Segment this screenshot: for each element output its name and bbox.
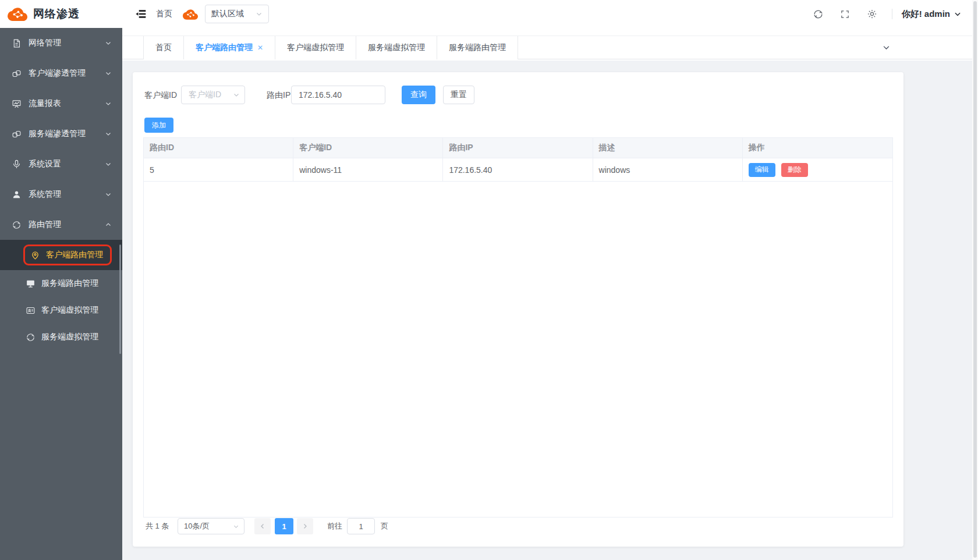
sidebar-scrollbar-thumb[interactable] xyxy=(119,244,121,354)
location-pin-icon xyxy=(30,250,40,260)
next-page-button[interactable] xyxy=(297,518,313,534)
tab-client-route-mgmt[interactable]: 客户端路由管理 ✕ xyxy=(184,36,275,59)
close-icon[interactable]: ✕ xyxy=(257,44,263,52)
route-ip-input[interactable] xyxy=(291,86,385,104)
client-id-select[interactable]: 客户端ID xyxy=(181,86,245,104)
col-client-id: 客户端ID xyxy=(293,138,443,158)
goto-label: 前往 xyxy=(327,518,342,534)
sidebar-item-label: 服务端路由管理 xyxy=(41,278,98,289)
client-id-select-placeholder: 客户端ID xyxy=(189,90,233,100)
chevron-left-icon xyxy=(259,523,266,530)
pagination-total: 共 1 条 xyxy=(146,518,169,534)
page-size-select[interactable]: 10条/页 xyxy=(178,518,245,534)
cell-client-id: windows-11 xyxy=(293,158,443,181)
page-number-current[interactable]: 1 xyxy=(275,518,293,534)
link-icon xyxy=(12,69,22,79)
refresh-icon xyxy=(12,220,22,230)
client-id-label: 客户端ID xyxy=(144,86,177,104)
content-card: 客户端ID 客户端ID 路由IP 查询 重置 添加 路由ID 客户端ID 路由I… xyxy=(133,72,903,547)
app-root: 网络渗透 网络管理 客户端渗透管理 流量报表 xyxy=(0,0,978,560)
route-ip-label: 路由IP xyxy=(267,86,290,104)
sidebar-item-server-virtual-mgmt[interactable]: 服务端虚拟管理 xyxy=(0,324,122,350)
chevron-down-icon xyxy=(105,70,112,77)
tab-server-virtual-mgmt[interactable]: 服务端虚拟管理 xyxy=(356,36,437,59)
sidebar-item-network-mgmt[interactable]: 网络管理 xyxy=(0,28,122,58)
sidebar-item-client-pentest-mgmt[interactable]: 客户端渗透管理 xyxy=(0,58,122,88)
sidebar: 网络渗透 网络管理 客户端渗透管理 流量报表 xyxy=(0,0,122,560)
user-menu[interactable]: 你好! admin xyxy=(902,9,962,20)
tab-home[interactable]: 首页 xyxy=(143,36,184,59)
sidebar-item-label: 流量报表 xyxy=(29,98,105,109)
page-scrollbar-track xyxy=(972,0,978,560)
sidebar-item-server-pentest-mgmt[interactable]: 服务端渗透管理 xyxy=(0,119,122,149)
prev-page-button[interactable] xyxy=(254,518,271,534)
page-unit-label: 页 xyxy=(381,518,388,534)
tab-bar: 首页 客户端路由管理 ✕ 客户端虚拟管理 服务端虚拟管理 服务端路由管理 xyxy=(122,36,978,59)
refresh-icon[interactable] xyxy=(813,8,824,20)
sidebar-item-label: 系统管理 xyxy=(29,189,105,200)
region-select-value: 默认区域 xyxy=(211,9,256,19)
top-band: 首页 默认区域 你好! admin xyxy=(122,0,978,61)
link-icon xyxy=(12,129,22,139)
sidebar-item-label: 客户端虚拟管理 xyxy=(41,305,98,316)
collapse-sidebar-icon[interactable] xyxy=(135,8,147,20)
page-size-value: 10条/页 xyxy=(184,521,233,531)
cell-description: windows xyxy=(593,158,743,181)
chevron-down-icon xyxy=(105,130,112,137)
sidebar-item-client-route-mgmt[interactable]: 客户端路由管理 xyxy=(0,240,122,270)
tab-server-route-mgmt[interactable]: 服务端路由管理 xyxy=(437,36,518,59)
col-actions: 操作 xyxy=(743,138,892,158)
cell-actions: 编辑 删除 xyxy=(743,158,892,181)
divider xyxy=(892,9,892,19)
user-icon xyxy=(12,190,22,200)
region-select[interactable]: 默认区域 xyxy=(205,5,269,23)
cloud-logo-icon xyxy=(8,6,27,22)
tab-label: 首页 xyxy=(155,42,172,53)
tab-label: 服务端虚拟管理 xyxy=(368,42,425,53)
cell-route-id: 5 xyxy=(144,158,293,181)
sidebar-item-system-settings[interactable]: 系统设置 xyxy=(0,149,122,179)
sidebar-item-traffic-report[interactable]: 流量报表 xyxy=(0,88,122,119)
chevron-down-icon xyxy=(105,191,112,198)
sidebar-item-client-virtual-mgmt[interactable]: 客户端虚拟管理 xyxy=(0,297,122,324)
sidebar-item-route-mgmt[interactable]: 路由管理 xyxy=(0,210,122,240)
cloud-icon xyxy=(183,9,198,20)
sidebar-item-label: 路由管理 xyxy=(29,219,105,230)
edit-button[interactable]: 编辑 xyxy=(749,163,775,177)
chevron-down-icon[interactable] xyxy=(882,43,891,52)
sidebar-item-system-mgmt[interactable]: 系统管理 xyxy=(0,179,122,210)
chevron-down-icon xyxy=(105,161,112,168)
chevron-down-icon xyxy=(233,91,240,98)
reset-button[interactable]: 重置 xyxy=(443,86,474,104)
refresh-icon xyxy=(26,332,36,342)
theme-sun-icon[interactable] xyxy=(866,8,878,20)
document-icon xyxy=(12,38,22,48)
chevron-down-icon xyxy=(105,40,112,47)
chart-board-icon xyxy=(12,99,22,109)
monitor-icon xyxy=(26,279,36,289)
microphone-icon xyxy=(12,160,22,169)
col-description: 描述 xyxy=(593,138,743,158)
routes-table: 路由ID 客户端ID 路由IP 描述 操作 5 windows-11 172.1… xyxy=(143,137,893,518)
col-route-id: 路由ID xyxy=(144,138,293,158)
search-button[interactable]: 查询 xyxy=(402,86,435,104)
sidebar-item-label: 客户端渗透管理 xyxy=(29,68,105,79)
chevron-right-icon xyxy=(302,523,309,530)
sidebar-item-label: 系统设置 xyxy=(29,159,105,169)
sidebar-item-label: 服务端虚拟管理 xyxy=(41,332,98,342)
add-button[interactable]: 添加 xyxy=(144,118,173,133)
breadcrumb[interactable]: 首页 xyxy=(156,9,172,19)
sidebar-item-label: 客户端路由管理 xyxy=(46,250,103,260)
fullscreen-icon[interactable] xyxy=(839,8,851,20)
delete-button[interactable]: 删除 xyxy=(781,163,808,177)
sidebar-item-label: 网络管理 xyxy=(29,38,105,48)
goto-page-input[interactable] xyxy=(347,518,375,534)
highlight-ring: 客户端路由管理 xyxy=(23,244,112,265)
chevron-down-icon xyxy=(233,523,239,530)
page-scrollbar-thumb[interactable] xyxy=(973,1,977,558)
app-logo: 网络渗透 xyxy=(0,0,122,28)
sidebar-menu: 网络管理 客户端渗透管理 流量报表 服务 xyxy=(0,28,122,350)
sidebar-item-server-route-mgmt[interactable]: 服务端路由管理 xyxy=(0,270,122,297)
tab-client-virtual-mgmt[interactable]: 客户端虚拟管理 xyxy=(275,36,356,59)
app-title: 网络渗透 xyxy=(33,6,80,22)
